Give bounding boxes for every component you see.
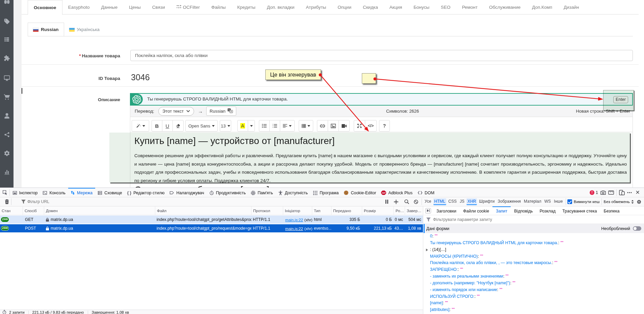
filter-type-fonts[interactable]: Шрифти	[478, 198, 495, 205]
filter-type-xhr[interactable]: XHR	[466, 198, 477, 205]
tab-bonusy[interactable]: Бонусы	[408, 0, 435, 15]
param-row[interactable]: [attributes]: ""	[430, 307, 644, 313]
pick-element-icon[interactable]	[0, 188, 9, 197]
column-protocol[interactable]: Протокол	[251, 206, 283, 215]
close-devtools-icon[interactable]: ✕	[634, 189, 641, 196]
ruler-icon[interactable]	[608, 191, 614, 195]
filter-type-html[interactable]: HTML	[433, 198, 447, 205]
extensions-puzzle-icon[interactable]	[0, 55, 14, 61]
initiator-link[interactable]: main.js:22	[285, 218, 303, 222]
devtools-tab-style-editor[interactable]: { } Редактор стилю	[125, 188, 167, 197]
param-row[interactable]: Поклейка наліпок, скла або плівки, , — э…	[430, 260, 644, 266]
tab-dop-komp[interactable]: Доп.Комп	[526, 0, 558, 15]
insert-video-button[interactable]	[339, 120, 350, 132]
tab-fajly[interactable]: Файлы	[206, 0, 232, 15]
column-size[interactable]: Розмір	[362, 206, 394, 215]
param-row[interactable]: - изменять порядок или написание: ""	[430, 287, 644, 293]
tab-headers[interactable]: Заголовки	[433, 206, 460, 215]
initiator-link[interactable]: main.js:22	[285, 226, 303, 231]
devtools-tab-cookie-editor[interactable]: Cookie-Editor	[341, 188, 379, 197]
tab-atributy[interactable]: Атрибуты	[300, 0, 332, 15]
param-row[interactable]: - дополнять (например: "Ноутбук [name]")…	[430, 280, 644, 287]
params-filter-input[interactable]: Фільтрувати параметри запиту	[433, 217, 492, 222]
tab-security[interactable]: Безпека	[600, 206, 623, 215]
devtools-tab-dom[interactable]: DOM	[415, 188, 437, 197]
tab-kredity[interactable]: Кредиты	[232, 0, 261, 15]
search-icon[interactable]	[401, 199, 412, 204]
tab-skidka[interactable]: Скидка	[357, 0, 384, 15]
param-row[interactable]: ИСПОЛЬЗУЙ СТРОГО:: ""	[430, 293, 644, 300]
paragraph-align-button[interactable]	[280, 120, 295, 132]
tab-dop-vkladki[interactable]: Доп. вкладки	[261, 0, 300, 15]
tab-osnovnoe[interactable]: Основное	[28, 0, 62, 15]
param-row[interactable]: - заменять их реальными значениями: ""	[430, 273, 644, 280]
disable-cache-checkbox[interactable]: Вимкнути кеш	[567, 199, 600, 204]
chatgpt-prompt-text[interactable]: Ты генерируешь СТРОГО ВАЛИДНЫЙ HTML для …	[147, 96, 288, 102]
devtools-tab-network[interactable]: Мережа	[68, 188, 95, 197]
tag-icon[interactable]	[0, 18, 14, 25]
form-data-section-header[interactable]: Дані форми Необроблений	[424, 224, 644, 233]
tab-response[interactable]: Відповідь	[511, 206, 536, 215]
tab-lang-russian[interactable]: Russian	[28, 23, 64, 36]
tab-dizajn[interactable]: Дизайн	[558, 0, 585, 15]
column-transferred[interactable]: Передано	[331, 206, 362, 215]
tab-seo[interactable]: SEO	[435, 0, 456, 15]
column-method[interactable]: Спосіб	[23, 206, 44, 215]
dashboard-icon[interactable]	[0, 0, 14, 4]
add-request-plus-icon[interactable]	[391, 200, 401, 204]
filter-type-css[interactable]: CSS	[447, 198, 458, 205]
devtools-tab-inspector[interactable]: Інспектор	[10, 188, 40, 197]
tab-obsluzhivanie[interactable]: Обслуживание	[483, 0, 526, 15]
tab-svyazi[interactable]: Связи	[146, 0, 171, 15]
reports-chart-icon[interactable]	[0, 169, 14, 175]
catalog-list-icon[interactable]	[0, 36, 14, 42]
pause-icon[interactable]	[382, 200, 391, 204]
filter-type-media[interactable]: Матеріал	[523, 198, 542, 205]
fullscreen-button[interactable]	[354, 120, 365, 132]
tab-ceny[interactable]: Цены	[123, 0, 146, 15]
filter-type-images[interactable]: Зображення	[497, 198, 522, 205]
tab-ocfilter[interactable]: OCFilter	[171, 0, 206, 15]
insert-image-button[interactable]	[328, 120, 339, 132]
help-button[interactable]: ?	[379, 120, 390, 132]
devtools-tab-debugger[interactable]: Налагоджувач	[167, 188, 207, 197]
param-row[interactable]: 0: ""	[430, 233, 644, 240]
tab-timings[interactable]: Розклад	[536, 206, 559, 215]
tab-remont[interactable]: Ремонт	[456, 0, 483, 15]
devtools-tab-console[interactable]: Консоль	[40, 188, 68, 197]
font-color-button[interactable]: A	[237, 120, 248, 132]
font-size-select[interactable]: 13	[220, 120, 231, 132]
translate-source-select[interactable]: Этот текст	[158, 107, 194, 116]
product-name-input[interactable]: Поклейка наліпок, скла або плівки	[130, 50, 633, 61]
customers-user-icon[interactable]	[0, 113, 14, 119]
bold-button[interactable]: B	[152, 120, 162, 132]
block-request-icon[interactable]	[412, 200, 420, 204]
design-monitor-icon[interactable]	[0, 75, 14, 81]
param-row[interactable]: [name]: ""	[430, 300, 644, 307]
devtools-tab-application[interactable]: Програма	[310, 188, 341, 197]
tab-easyphoto[interactable]: Easyphoto	[62, 0, 96, 15]
network-request-row[interactable]: 200 GET matrix.dp.ua index.php?route=too…	[0, 216, 423, 224]
responsive-design-icon[interactable]	[619, 190, 625, 195]
unordered-list-button[interactable]	[259, 120, 270, 132]
font-color-caret-button[interactable]	[248, 120, 255, 132]
clear-requests-trash-icon[interactable]	[2, 199, 11, 204]
ordered-list-button[interactable]: 123	[269, 120, 280, 132]
column-initiator[interactable]: Ініціатор	[283, 206, 312, 215]
translate-target-select[interactable]: Russian 文A	[206, 107, 236, 116]
font-family-select[interactable]: Open Sans	[185, 120, 218, 132]
filter-type-all[interactable]: Усе	[424, 198, 432, 205]
filter-type-other[interactable]: Інше	[553, 198, 564, 205]
column-started[interactable]: Ро…	[394, 206, 405, 215]
tab-lang-ukrainian[interactable]: Українська	[64, 23, 105, 36]
magic-style-button[interactable]	[132, 120, 149, 132]
insert-link-button[interactable]	[317, 120, 328, 132]
resend-request-icon[interactable]	[425, 208, 431, 213]
marketing-share-icon[interactable]	[0, 131, 14, 138]
param-row[interactable]: Ты генерируешь СТРОГО ВАЛИДНЫЙ HTML для …	[430, 240, 644, 247]
tab-request[interactable]: Запит	[492, 206, 511, 215]
expand-triangle-icon[interactable]	[426, 249, 428, 251]
tab-opcii[interactable]: Опции	[332, 0, 357, 15]
column-status[interactable]: Стан	[0, 206, 23, 215]
error-count-badge[interactable]: ! 1	[590, 190, 598, 195]
